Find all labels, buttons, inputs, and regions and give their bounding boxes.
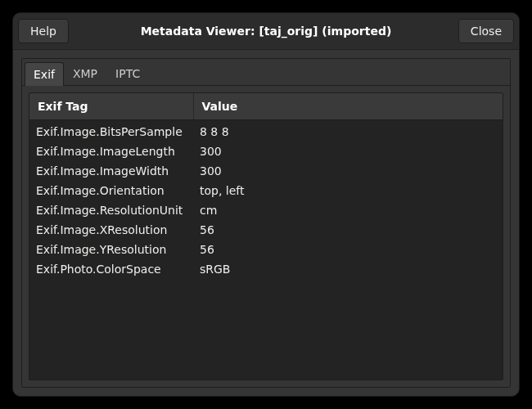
tab-xmp[interactable]: XMP — [64, 61, 106, 85]
table-row[interactable]: Exif.Image.YResolution56 — [29, 240, 503, 259]
cell-tag: Exif.Image.ImageWidth — [29, 161, 193, 181]
tab-bar: ExifXMPIPTC — [22, 59, 510, 86]
cell-tag: Exif.Photo.ColorSpace — [29, 259, 193, 279]
content-area: ExifXMPIPTC Exif Tag Value Exif.Image.Bi… — [13, 50, 519, 396]
table-row[interactable]: Exif.Image.XResolution56 — [29, 220, 503, 240]
cell-tag: Exif.Image.ImageLength — [29, 142, 193, 161]
cell-value: 56 — [193, 240, 503, 259]
cell-value: 8 8 8 — [193, 120, 503, 142]
table-row[interactable]: Exif.Image.ResolutionUnitcm — [29, 200, 503, 220]
titlebar: Help Metadata Viewer: [taj_orig] (import… — [13, 13, 519, 50]
cell-tag: Exif.Image.ResolutionUnit — [29, 200, 193, 220]
tab-iptc[interactable]: IPTC — [106, 61, 149, 85]
table-row[interactable]: Exif.Image.Orientationtop, left — [29, 181, 503, 200]
column-header-value[interactable]: Value — [193, 93, 503, 120]
cell-tag: Exif.Image.XResolution — [29, 220, 193, 240]
cell-value: 300 — [193, 142, 503, 161]
metadata-table: Exif Tag Value Exif.Image.BitsPerSample8… — [29, 93, 503, 279]
window-title: Metadata Viewer: [taj_orig] (imported) — [13, 25, 519, 38]
cell-tag: Exif.Image.YResolution — [29, 240, 193, 259]
cell-tag: Exif.Image.Orientation — [29, 181, 193, 200]
tab-container: ExifXMPIPTC Exif Tag Value Exif.Image.Bi… — [21, 58, 511, 388]
cell-value: top, left — [193, 181, 503, 200]
tab-exif[interactable]: Exif — [25, 62, 64, 86]
cell-value: cm — [193, 200, 503, 220]
cell-value: sRGB — [193, 259, 503, 279]
cell-value: 56 — [193, 220, 503, 240]
table-row[interactable]: Exif.Photo.ColorSpacesRGB — [29, 259, 503, 279]
metadata-viewer-window: Help Metadata Viewer: [taj_orig] (import… — [12, 12, 520, 397]
cell-tag: Exif.Image.BitsPerSample — [29, 120, 193, 142]
table-row[interactable]: Exif.Image.BitsPerSample8 8 8 — [29, 120, 503, 142]
table-row[interactable]: Exif.Image.ImageWidth300 — [29, 161, 503, 181]
cell-value: 300 — [193, 161, 503, 181]
table-row[interactable]: Exif.Image.ImageLength300 — [29, 142, 503, 161]
metadata-table-wrapper[interactable]: Exif Tag Value Exif.Image.BitsPerSample8… — [29, 92, 503, 380]
column-header-tag[interactable]: Exif Tag — [29, 93, 193, 120]
help-button[interactable]: Help — [18, 19, 69, 43]
tab-panel-exif: Exif Tag Value Exif.Image.BitsPerSample8… — [22, 86, 510, 387]
close-button[interactable]: Close — [458, 19, 514, 43]
